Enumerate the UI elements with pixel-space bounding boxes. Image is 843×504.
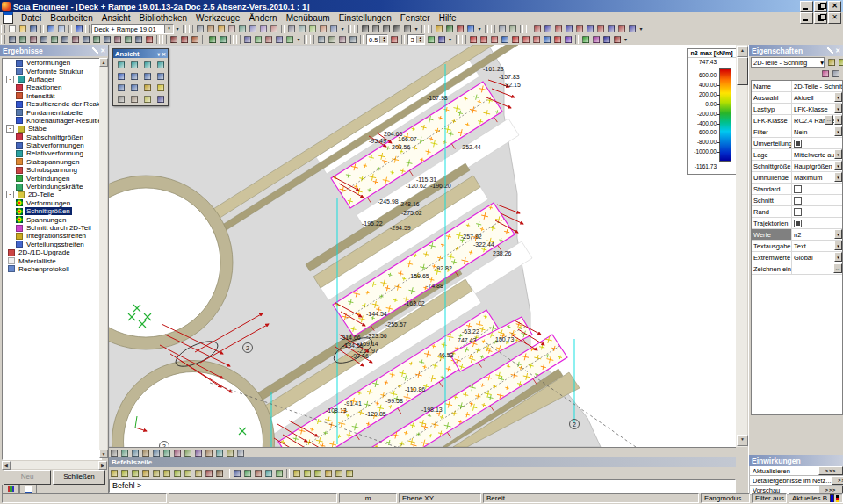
tree-hscrollbar[interactable]: ◀ ▶ <box>2 461 107 469</box>
model-view[interactable]: -157.98-95.49204.66-166.07203.56-252.44-… <box>109 45 736 447</box>
chevron-down-icon[interactable]: ▾ <box>834 126 842 136</box>
property-set-select[interactable]: 2D-Teile - Schnittg ▾ <box>751 57 825 68</box>
ellipsis-button[interactable]: ... <box>833 263 842 273</box>
triangle-icon[interactable] <box>275 469 285 479</box>
load-free-icon[interactable] <box>531 35 541 45</box>
result-n-icon[interactable] <box>173 469 183 479</box>
action-run-button[interactable]: >>> <box>832 476 843 485</box>
menu-werkzeuge[interactable]: Werkzeuge <box>191 13 244 23</box>
view-cube-xz-icon[interactable] <box>128 59 140 70</box>
toolbar-grip[interactable] <box>354 25 358 33</box>
mesh-1-icon[interactable] <box>292 469 302 479</box>
status-filter[interactable]: Filter aus <box>752 493 787 503</box>
member-icon[interactable] <box>243 469 253 479</box>
toolbar-grip[interactable] <box>526 25 530 33</box>
window-arrange-icon[interactable] <box>575 25 585 34</box>
rectangle-tool-icon[interactable] <box>382 25 392 34</box>
property-row-standard[interactable]: Standard <box>752 184 842 195</box>
filter-icon[interactable] <box>827 57 837 67</box>
dock-right-icon[interactable] <box>508 25 518 34</box>
hidden-line-icon[interactable] <box>131 449 140 458</box>
menu-menübaum[interactable]: Menübaum <box>282 13 335 23</box>
tree-item-verformte-struktur[interactable]: Verformte Struktur <box>3 67 101 75</box>
undo-icon[interactable] <box>47 25 56 34</box>
property-row-lage[interactable]: LageMittelwerte auf El▾ <box>752 149 842 161</box>
chevron-down-icon[interactable]: ▾ <box>834 92 842 102</box>
tree-item-verteilungsstreifen[interactable]: Verteilungsstreifen <box>3 241 101 248</box>
paste-picture-icon[interactable] <box>217 25 227 34</box>
tree-item-integrationsstreifen[interactable]: Integrationsstreifen <box>3 232 101 240</box>
hinge-icon[interactable] <box>264 35 274 45</box>
property-row-schnitt[interactable]: Schnitt <box>752 195 842 206</box>
property-row-umverteilung-[interactable]: Umverteilung... <box>752 138 842 149</box>
close-button[interactable]: ✕ <box>828 1 841 12</box>
spring-icon[interactable] <box>285 35 295 45</box>
collapse-toolbar-icon[interactable] <box>236 449 246 458</box>
checkbox-icon[interactable] <box>794 140 802 148</box>
zoom-all-icon[interactable] <box>115 82 127 93</box>
tree-item-materialliste[interactable]: Materialliste <box>3 256 101 264</box>
ucs-xz-icon[interactable] <box>338 35 348 45</box>
tree-item-schnittgrößen[interactable]: Schnittgrößen <box>3 207 101 215</box>
copy-picture-icon[interactable] <box>206 25 216 34</box>
property-row-zeichnen-ein-[interactable]: Zeichnen ein...... <box>752 263 842 275</box>
view-cube-yz-icon[interactable] <box>141 59 154 70</box>
view-front-icon[interactable] <box>586 25 595 34</box>
stability-icon[interactable] <box>602 35 611 45</box>
property-value[interactable]: ... <box>792 263 842 274</box>
ellipsis-button[interactable]: ... <box>825 115 833 125</box>
result-display-icon[interactable] <box>205 449 214 458</box>
export-picture-icon[interactable] <box>308 25 318 34</box>
property-value[interactable]: Global▾ <box>792 252 842 263</box>
tree-item-relativverformung[interactable]: Relativverformung <box>3 149 101 157</box>
tree-scrollbar[interactable]: ▲ ▼ <box>99 58 107 458</box>
property-row-rand[interactable]: Rand <box>752 206 842 218</box>
property-row-extremwerte[interactable]: ExtremwerteGlobal▾ <box>752 252 842 263</box>
pin-icon[interactable] <box>92 47 98 54</box>
zoom-in-icon[interactable] <box>128 70 140 82</box>
zoom-all-icon[interactable] <box>152 449 162 458</box>
line-tool-icon[interactable] <box>361 25 371 34</box>
wireframe-icon[interactable] <box>110 449 119 458</box>
offset-icon[interactable] <box>124 35 133 45</box>
open-file-icon[interactable] <box>18 25 28 34</box>
value-spinner[interactable]: 0.5▲▼ <box>366 34 388 45</box>
tag-icon[interactable] <box>466 25 476 34</box>
status-current-layer[interactable]: Aktuelles B <box>789 493 843 503</box>
command-input[interactable]: Befehl > <box>109 479 736 493</box>
property-value[interactable]: Aktuell▾ <box>792 92 842 103</box>
stretch-icon[interactable] <box>61 35 70 45</box>
print-preview-icon[interactable] <box>298 25 307 34</box>
layer-up-icon[interactable] <box>426 35 436 45</box>
toolbar-grip[interactable] <box>236 35 241 44</box>
array-icon[interactable] <box>113 35 123 45</box>
tree-item-2d-teile[interactable]: -2D-Teile <box>3 191 101 198</box>
tree-expander-icon[interactable]: - <box>6 191 14 198</box>
chevron-down-icon[interactable]: ▾ <box>834 104 842 113</box>
property-value[interactable]: Text▾ <box>792 241 842 251</box>
property-value[interactable]: Nein▾ <box>792 126 842 137</box>
perspective-icon[interactable] <box>141 449 151 458</box>
view-persp-icon[interactable] <box>628 25 638 34</box>
tree-item-verformungen[interactable]: Verformungen <box>3 199 101 207</box>
toolbar-grip[interactable] <box>310 35 314 44</box>
view-toolbar-header[interactable]: Ansicht ▾ ✕ <box>113 49 168 58</box>
mesh-display-icon[interactable] <box>215 449 225 458</box>
dropdown-caret-icon[interactable]: ▾ <box>447 35 454 45</box>
lightning-icon[interactable] <box>264 469 274 479</box>
pencil-icon[interactable] <box>215 469 225 479</box>
status-plane[interactable]: Ebene XY <box>399 493 481 503</box>
join-icon[interactable] <box>103 35 112 45</box>
view-top-icon[interactable] <box>607 25 616 34</box>
chevron-down-icon[interactable]: ▾ <box>834 229 842 239</box>
property-row-umhüllende[interactable]: UmhüllendeMaximum▾ <box>752 172 842 184</box>
align-icon[interactable] <box>134 35 144 45</box>
chevron-down-icon[interactable]: ▾ <box>834 149 842 159</box>
canvas-vscrollbar[interactable]: ▲ ▼ <box>736 45 747 447</box>
toolbar-grip[interactable] <box>85 25 90 33</box>
window-cascade-icon[interactable] <box>544 25 553 34</box>
clip-box-icon[interactable] <box>173 449 183 458</box>
dropdown-caret-icon[interactable]: ▾ <box>413 25 420 34</box>
window-tile-v-icon[interactable] <box>565 25 574 34</box>
dropdown-caret-icon[interactable]: ▾ <box>623 35 630 45</box>
